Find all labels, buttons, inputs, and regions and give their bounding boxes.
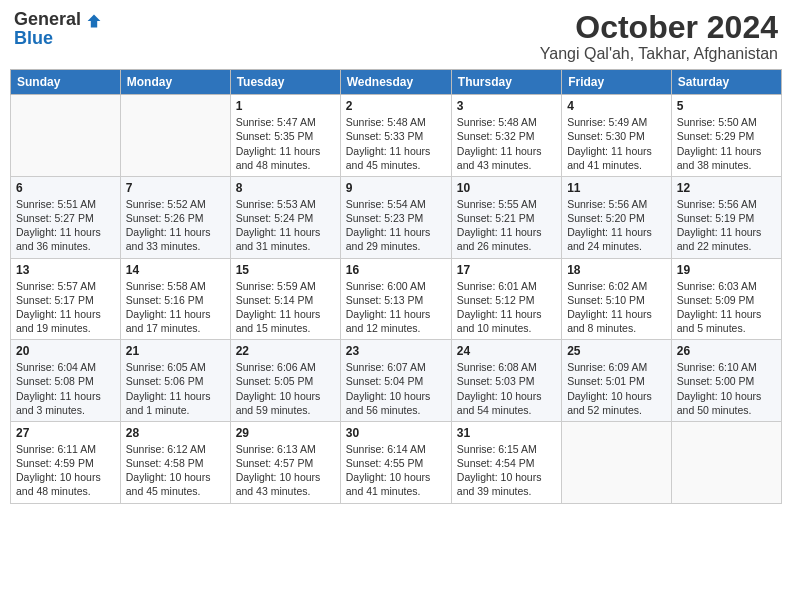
- calendar-cell: 16Sunrise: 6:00 AM Sunset: 5:13 PM Dayli…: [340, 258, 451, 340]
- calendar-cell: 18Sunrise: 6:02 AM Sunset: 5:10 PM Dayli…: [562, 258, 672, 340]
- calendar-cell: 12Sunrise: 5:56 AM Sunset: 5:19 PM Dayli…: [671, 176, 781, 258]
- day-of-week-header: Thursday: [451, 70, 561, 95]
- day-number: 10: [457, 181, 556, 195]
- calendar-cell: 21Sunrise: 6:05 AM Sunset: 5:06 PM Dayli…: [120, 340, 230, 422]
- day-number: 27: [16, 426, 115, 440]
- day-number: 12: [677, 181, 776, 195]
- calendar-cell: 31Sunrise: 6:15 AM Sunset: 4:54 PM Dayli…: [451, 421, 561, 503]
- day-info: Sunrise: 6:13 AM Sunset: 4:57 PM Dayligh…: [236, 442, 335, 499]
- day-info: Sunrise: 6:06 AM Sunset: 5:05 PM Dayligh…: [236, 360, 335, 417]
- svg-marker-0: [87, 14, 100, 27]
- calendar-cell: 19Sunrise: 6:03 AM Sunset: 5:09 PM Dayli…: [671, 258, 781, 340]
- day-info: Sunrise: 5:53 AM Sunset: 5:24 PM Dayligh…: [236, 197, 335, 254]
- calendar-cell: 11Sunrise: 5:56 AM Sunset: 5:20 PM Dayli…: [562, 176, 672, 258]
- day-number: 28: [126, 426, 225, 440]
- day-info: Sunrise: 6:14 AM Sunset: 4:55 PM Dayligh…: [346, 442, 446, 499]
- day-info: Sunrise: 6:11 AM Sunset: 4:59 PM Dayligh…: [16, 442, 115, 499]
- day-number: 1: [236, 99, 335, 113]
- title-block: October 2024 Yangi Qal'ah, Takhar, Afgha…: [540, 10, 778, 63]
- calendar-week-row: 1Sunrise: 5:47 AM Sunset: 5:35 PM Daylig…: [11, 95, 782, 177]
- calendar-cell: 26Sunrise: 6:10 AM Sunset: 5:00 PM Dayli…: [671, 340, 781, 422]
- calendar-cell: 2Sunrise: 5:48 AM Sunset: 5:33 PM Daylig…: [340, 95, 451, 177]
- day-of-week-header: Monday: [120, 70, 230, 95]
- day-info: Sunrise: 6:00 AM Sunset: 5:13 PM Dayligh…: [346, 279, 446, 336]
- calendar-cell: 29Sunrise: 6:13 AM Sunset: 4:57 PM Dayli…: [230, 421, 340, 503]
- day-info: Sunrise: 5:51 AM Sunset: 5:27 PM Dayligh…: [16, 197, 115, 254]
- calendar-week-row: 20Sunrise: 6:04 AM Sunset: 5:08 PM Dayli…: [11, 340, 782, 422]
- calendar-cell: 10Sunrise: 5:55 AM Sunset: 5:21 PM Dayli…: [451, 176, 561, 258]
- day-info: Sunrise: 6:03 AM Sunset: 5:09 PM Dayligh…: [677, 279, 776, 336]
- day-of-week-header: Sunday: [11, 70, 121, 95]
- day-number: 4: [567, 99, 666, 113]
- calendar-cell: 17Sunrise: 6:01 AM Sunset: 5:12 PM Dayli…: [451, 258, 561, 340]
- day-of-week-header: Friday: [562, 70, 672, 95]
- day-number: 18: [567, 263, 666, 277]
- day-info: Sunrise: 5:48 AM Sunset: 5:32 PM Dayligh…: [457, 115, 556, 172]
- calendar-cell: [11, 95, 121, 177]
- day-of-week-header: Wednesday: [340, 70, 451, 95]
- day-info: Sunrise: 6:07 AM Sunset: 5:04 PM Dayligh…: [346, 360, 446, 417]
- calendar-cell: 20Sunrise: 6:04 AM Sunset: 5:08 PM Dayli…: [11, 340, 121, 422]
- calendar-week-row: 13Sunrise: 5:57 AM Sunset: 5:17 PM Dayli…: [11, 258, 782, 340]
- day-info: Sunrise: 6:15 AM Sunset: 4:54 PM Dayligh…: [457, 442, 556, 499]
- calendar-cell: 5Sunrise: 5:50 AM Sunset: 5:29 PM Daylig…: [671, 95, 781, 177]
- logo-blue-text: Blue: [14, 29, 102, 47]
- day-of-week-header: Saturday: [671, 70, 781, 95]
- day-number: 17: [457, 263, 556, 277]
- logo: General Blue: [14, 10, 102, 47]
- calendar-cell: [562, 421, 672, 503]
- calendar-cell: 13Sunrise: 5:57 AM Sunset: 5:17 PM Dayli…: [11, 258, 121, 340]
- calendar-cell: 23Sunrise: 6:07 AM Sunset: 5:04 PM Dayli…: [340, 340, 451, 422]
- day-number: 24: [457, 344, 556, 358]
- day-info: Sunrise: 5:56 AM Sunset: 5:20 PM Dayligh…: [567, 197, 666, 254]
- logo-general-text: General: [14, 9, 81, 29]
- day-number: 7: [126, 181, 225, 195]
- calendar-cell: 1Sunrise: 5:47 AM Sunset: 5:35 PM Daylig…: [230, 95, 340, 177]
- logo-icon: [86, 13, 102, 29]
- day-info: Sunrise: 5:58 AM Sunset: 5:16 PM Dayligh…: [126, 279, 225, 336]
- day-info: Sunrise: 6:05 AM Sunset: 5:06 PM Dayligh…: [126, 360, 225, 417]
- day-number: 14: [126, 263, 225, 277]
- calendar-cell: 7Sunrise: 5:52 AM Sunset: 5:26 PM Daylig…: [120, 176, 230, 258]
- day-number: 9: [346, 181, 446, 195]
- page-header: General Blue October 2024 Yangi Qal'ah, …: [10, 10, 782, 63]
- calendar-cell: 30Sunrise: 6:14 AM Sunset: 4:55 PM Dayli…: [340, 421, 451, 503]
- calendar-cell: 3Sunrise: 5:48 AM Sunset: 5:32 PM Daylig…: [451, 95, 561, 177]
- day-info: Sunrise: 6:12 AM Sunset: 4:58 PM Dayligh…: [126, 442, 225, 499]
- day-info: Sunrise: 5:55 AM Sunset: 5:21 PM Dayligh…: [457, 197, 556, 254]
- day-number: 11: [567, 181, 666, 195]
- day-info: Sunrise: 5:54 AM Sunset: 5:23 PM Dayligh…: [346, 197, 446, 254]
- day-number: 30: [346, 426, 446, 440]
- calendar-cell: 9Sunrise: 5:54 AM Sunset: 5:23 PM Daylig…: [340, 176, 451, 258]
- location-text: Yangi Qal'ah, Takhar, Afghanistan: [540, 45, 778, 63]
- day-info: Sunrise: 6:08 AM Sunset: 5:03 PM Dayligh…: [457, 360, 556, 417]
- day-number: 6: [16, 181, 115, 195]
- day-number: 22: [236, 344, 335, 358]
- day-number: 3: [457, 99, 556, 113]
- calendar-header-row: SundayMondayTuesdayWednesdayThursdayFrid…: [11, 70, 782, 95]
- day-number: 26: [677, 344, 776, 358]
- day-info: Sunrise: 5:56 AM Sunset: 5:19 PM Dayligh…: [677, 197, 776, 254]
- calendar-cell: 6Sunrise: 5:51 AM Sunset: 5:27 PM Daylig…: [11, 176, 121, 258]
- day-info: Sunrise: 5:49 AM Sunset: 5:30 PM Dayligh…: [567, 115, 666, 172]
- calendar-cell: [671, 421, 781, 503]
- day-info: Sunrise: 5:48 AM Sunset: 5:33 PM Dayligh…: [346, 115, 446, 172]
- calendar-cell: 4Sunrise: 5:49 AM Sunset: 5:30 PM Daylig…: [562, 95, 672, 177]
- day-number: 29: [236, 426, 335, 440]
- calendar-cell: 28Sunrise: 6:12 AM Sunset: 4:58 PM Dayli…: [120, 421, 230, 503]
- calendar-table: SundayMondayTuesdayWednesdayThursdayFrid…: [10, 69, 782, 503]
- day-number: 21: [126, 344, 225, 358]
- calendar-week-row: 27Sunrise: 6:11 AM Sunset: 4:59 PM Dayli…: [11, 421, 782, 503]
- day-number: 19: [677, 263, 776, 277]
- day-number: 25: [567, 344, 666, 358]
- calendar-cell: 27Sunrise: 6:11 AM Sunset: 4:59 PM Dayli…: [11, 421, 121, 503]
- day-number: 20: [16, 344, 115, 358]
- day-number: 8: [236, 181, 335, 195]
- day-number: 16: [346, 263, 446, 277]
- calendar-cell: 8Sunrise: 5:53 AM Sunset: 5:24 PM Daylig…: [230, 176, 340, 258]
- day-info: Sunrise: 6:02 AM Sunset: 5:10 PM Dayligh…: [567, 279, 666, 336]
- day-number: 31: [457, 426, 556, 440]
- calendar-cell: [120, 95, 230, 177]
- day-info: Sunrise: 6:09 AM Sunset: 5:01 PM Dayligh…: [567, 360, 666, 417]
- day-info: Sunrise: 6:01 AM Sunset: 5:12 PM Dayligh…: [457, 279, 556, 336]
